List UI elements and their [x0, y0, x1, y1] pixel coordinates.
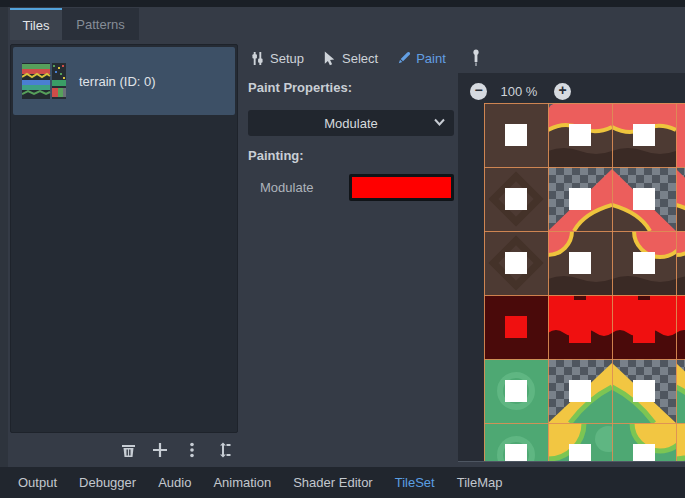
tab-patterns[interactable]: Patterns: [62, 8, 139, 40]
atlas-tile[interactable]: [676, 167, 685, 231]
atlas-tile[interactable]: [548, 295, 612, 359]
eyedropper-icon: [470, 49, 482, 67]
atlas-tile[interactable]: [548, 359, 612, 423]
tab-tiles-label: Tiles: [23, 18, 50, 33]
bottom-item-tilemap[interactable]: TileMap: [457, 475, 503, 490]
cursor-icon: [322, 51, 337, 66]
atlas-tile[interactable]: [548, 167, 612, 231]
atlas-tile[interactable]: [484, 231, 548, 295]
setup-button-label: Setup: [270, 51, 304, 66]
zoom-in-button[interactable]: +: [554, 83, 571, 100]
select-button-label: Select: [342, 51, 378, 66]
modulate-color-value: [352, 177, 451, 198]
painting-title: Painting:: [248, 148, 304, 163]
atlas-tile[interactable]: [548, 231, 612, 295]
atlas-tile[interactable]: [612, 167, 676, 231]
chevron-down-icon: [434, 118, 445, 126]
atlas-grid[interactable]: [484, 103, 685, 462]
bottom-item-animation[interactable]: Animation: [213, 475, 271, 490]
modulate-label: Modulate: [260, 175, 313, 201]
zoom-out-glyph: −: [474, 82, 482, 98]
atlas-tile[interactable]: [612, 231, 685, 295]
tile-source-label: terrain (ID: 0): [79, 74, 156, 89]
setup-button[interactable]: Setup: [250, 51, 304, 66]
paint-mode-toolbar: Setup Select Paint: [250, 47, 446, 69]
zoom-level: 100 %: [488, 84, 550, 99]
paint-button-label: Paint: [416, 51, 446, 66]
zoom-in-glyph: +: [558, 82, 566, 98]
atlas-tile[interactable]: [676, 295, 685, 359]
atlas-tile[interactable]: [612, 359, 676, 423]
atlas-tile[interactable]: [612, 423, 685, 462]
atlas-tile[interactable]: [484, 359, 548, 423]
atlas-tile[interactable]: [484, 423, 548, 462]
atlas-tile[interactable]: [676, 103, 685, 167]
menu-dots-icon[interactable]: [183, 441, 201, 459]
tileset-editor-window: Tiles Patterns terra: [0, 0, 685, 498]
select-button[interactable]: Select: [322, 51, 378, 66]
atlas-tile[interactable]: [612, 295, 676, 359]
paint-properties-title: Paint Properties:: [248, 80, 352, 95]
atlas-tile[interactable]: [548, 423, 621, 462]
tab-patterns-label: Patterns: [76, 17, 124, 32]
brush-icon: [396, 51, 411, 66]
tile-sources-list: terrain (ID: 0): [10, 44, 238, 433]
modulate-color-swatch[interactable]: [349, 174, 454, 201]
tile-source-item-terrain[interactable]: terrain (ID: 0): [13, 47, 235, 115]
sort-icon[interactable]: [214, 441, 232, 459]
atlas-tile[interactable]: [484, 167, 548, 231]
atlas-tile[interactable]: [676, 359, 685, 423]
paint-button[interactable]: Paint: [396, 51, 446, 66]
atlas-tile[interactable]: [676, 423, 685, 462]
bottom-item-shader-editor[interactable]: Shader Editor: [293, 475, 373, 490]
bottom-item-tileset[interactable]: TileSet: [395, 475, 435, 490]
left-edge-strip: [0, 7, 8, 467]
bottom-panel-bar: Output Debugger Audio Animation Shader E…: [0, 467, 685, 498]
picker-button[interactable]: [466, 47, 486, 69]
paint-property-value: Modulate: [324, 116, 377, 131]
atlas-tile[interactable]: [484, 295, 548, 359]
atlas-tile[interactable]: [676, 231, 685, 295]
add-icon[interactable]: [151, 441, 169, 459]
tools-icon: [250, 51, 265, 66]
bottom-item-debugger[interactable]: Debugger: [79, 475, 136, 490]
delete-icon[interactable]: [119, 441, 137, 459]
atlas-tile[interactable]: [548, 103, 612, 167]
tile-atlas-view[interactable]: − 100 % +: [458, 73, 685, 462]
atlas-tile[interactable]: [612, 103, 676, 167]
zoom-out-button[interactable]: −: [470, 83, 487, 100]
tile-list-toolbar: [0, 441, 238, 461]
top-edge-strip: [0, 0, 685, 7]
tab-tiles[interactable]: Tiles: [10, 8, 62, 40]
bottom-item-output[interactable]: Output: [18, 475, 57, 490]
paint-property-dropdown[interactable]: Modulate: [248, 110, 454, 136]
terrain-thumbnail: [22, 63, 66, 99]
bottom-item-audio[interactable]: Audio: [158, 475, 191, 490]
atlas-tile[interactable]: [484, 103, 548, 167]
